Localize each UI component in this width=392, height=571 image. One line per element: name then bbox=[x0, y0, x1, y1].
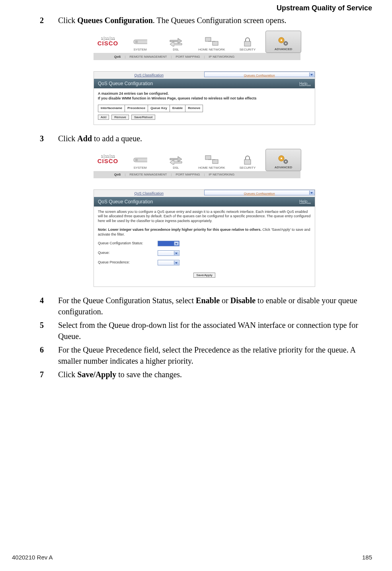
col-precedence: Precedence bbox=[125, 105, 148, 112]
section-title: Upstream Quality of Service bbox=[12, 4, 372, 12]
cisco-wordmark: CISCO bbox=[98, 158, 119, 164]
page-footer: 4020210 Rev A 185 bbox=[12, 554, 372, 561]
step-7: 7 Click Save/Apply to save the changes. bbox=[40, 369, 372, 380]
nav-home-network[interactable]: HOME NETWORK bbox=[194, 149, 230, 171]
step-6-number: 6 bbox=[40, 344, 47, 366]
panel-title-bar: QoS Queue Configuration Help... bbox=[94, 197, 315, 207]
row-queue: Queue: bbox=[98, 250, 311, 256]
subnav-port-mapping[interactable]: PORT MAPPING bbox=[172, 55, 204, 58]
nav-dsl[interactable]: DSL bbox=[158, 31, 194, 53]
step-5-text: Select from the Queue drop-down list for… bbox=[58, 320, 372, 342]
step-3-number: 3 bbox=[40, 133, 47, 144]
nav-security[interactable]: SECURITY bbox=[230, 31, 265, 53]
step-7-number: 7 bbox=[40, 369, 47, 380]
wmm-note-text: If you disable WMM function in Wireless … bbox=[98, 96, 311, 101]
sub-nav: QoS| REMOTE MANAGEMENT| PORT MAPPING| IP… bbox=[94, 53, 300, 60]
svg-point-8 bbox=[281, 39, 282, 41]
cisco-logo: ı|ıı|ıı CISCO bbox=[96, 31, 120, 53]
svg-rect-17 bbox=[244, 160, 251, 164]
max-entries-text: A maximum 24 entries can be configured. bbox=[98, 92, 311, 96]
tab-qos-classification[interactable]: QoS Classification bbox=[94, 190, 204, 197]
subnav-port-mapping[interactable]: PORT MAPPING bbox=[172, 173, 204, 176]
step-3: 3 Click Add to add a queue. bbox=[40, 133, 372, 144]
select-queue[interactable] bbox=[158, 250, 179, 256]
cisco-wordmark: CISCO bbox=[98, 40, 119, 47]
col-queue-key: Queue Key bbox=[148, 105, 170, 112]
add-button[interactable]: Add bbox=[98, 115, 109, 120]
panel-title-bar: QoS Queue Configuration Help... bbox=[94, 79, 315, 88]
save-reboot-button[interactable]: Save/Reboot bbox=[131, 115, 155, 120]
step-4: 4 For the Queue Configuration Status, se… bbox=[40, 295, 372, 317]
select-queue-precedence[interactable] bbox=[158, 260, 179, 265]
screenshot-queue-config-list: ı|ıı|ıı CISCO SYSTEM DSL bbox=[94, 30, 372, 125]
help-link[interactable]: Help... bbox=[299, 82, 311, 86]
step-2: 2 Click Queues Configuration. The Queues… bbox=[40, 15, 372, 26]
lock-icon bbox=[240, 154, 255, 166]
svg-rect-14 bbox=[205, 156, 211, 160]
gears-icon bbox=[276, 154, 291, 166]
nav-dsl[interactable]: DSL bbox=[158, 149, 194, 171]
subnav-ip-networking[interactable]: IP NETWORKING bbox=[205, 55, 239, 58]
svg-rect-3 bbox=[205, 37, 211, 41]
step-6-text: For the Queue Precedence field, select t… bbox=[58, 344, 372, 366]
svg-rect-1 bbox=[135, 41, 138, 43]
subnav-ip-networking[interactable]: IP NETWORKING bbox=[205, 173, 239, 176]
gears-icon bbox=[276, 35, 291, 47]
remove-button[interactable]: Remove bbox=[111, 115, 129, 120]
lock-icon bbox=[240, 36, 255, 48]
help-link[interactable]: Help... bbox=[299, 199, 311, 204]
col-enable: Enable bbox=[170, 105, 185, 112]
col-remove: Remove bbox=[185, 105, 203, 112]
table-header-row: Interfacename Precedence Queue Key Enabl… bbox=[98, 105, 203, 112]
nav-system[interactable]: SYSTEM bbox=[122, 31, 158, 53]
row-queue-precedence: Queue Precedence: bbox=[98, 260, 311, 265]
nav-advanced[interactable]: ADVANCED bbox=[265, 31, 301, 53]
subnav-remote-mgmt[interactable]: REMOTE MANAGEMENT bbox=[126, 55, 171, 58]
subnav-qos[interactable]: QoS bbox=[110, 173, 125, 176]
arrows-icon bbox=[169, 154, 183, 166]
tab-qos-classification[interactable]: QoS Classification bbox=[94, 72, 204, 79]
label-queue-status: Queue Configuration Status: bbox=[98, 241, 158, 246]
network-icon bbox=[205, 36, 219, 48]
panel-tabs: QoS Classification Queues Configuration bbox=[94, 72, 315, 79]
nav-advanced[interactable]: ADVANCED bbox=[265, 149, 301, 171]
step-5: 5 Select from the Queue drop-down list f… bbox=[40, 320, 372, 342]
svg-point-21 bbox=[285, 161, 287, 162]
nav-home-network[interactable]: HOME NETWORK bbox=[194, 31, 230, 53]
select-queue-status[interactable] bbox=[158, 241, 179, 246]
router-icon bbox=[133, 154, 147, 166]
svg-rect-15 bbox=[213, 160, 218, 164]
svg-point-19 bbox=[281, 158, 282, 159]
network-icon bbox=[205, 154, 219, 166]
save-apply-button[interactable]: Save/Apply bbox=[193, 273, 215, 278]
top-nav: ı|ıı|ıı CISCO SYSTEM DSL bbox=[94, 30, 303, 53]
queue-table: Interfacename Precedence Queue Key Enabl… bbox=[98, 105, 203, 112]
footer-doc-id: 4020210 Rev A bbox=[12, 554, 53, 561]
nav-security[interactable]: SECURITY bbox=[230, 149, 265, 171]
nav-system[interactable]: SYSTEM bbox=[122, 149, 158, 171]
screenshot-queue-config-add: ı|ıı|ıı CISCO SYSTEM DSL bbox=[94, 148, 372, 287]
sub-nav: QoS| REMOTE MANAGEMENT| PORT MAPPING| IP… bbox=[94, 171, 300, 178]
step-5-number: 5 bbox=[40, 320, 47, 342]
tab-queues-configuration[interactable]: Queues Configuration bbox=[204, 72, 315, 77]
arrows-icon bbox=[169, 36, 183, 48]
qos-panel: QoS Classification Queues Configuration … bbox=[94, 71, 315, 125]
panel-tabs: QoS Classification Queues Configuration bbox=[94, 190, 315, 197]
svg-rect-6 bbox=[244, 41, 251, 46]
step-2-text: Click Queues Configuration. The Queues C… bbox=[58, 15, 286, 26]
tab-queues-configuration[interactable]: Queues Configuration bbox=[204, 190, 315, 195]
svg-rect-4 bbox=[213, 41, 218, 45]
router-icon bbox=[133, 36, 147, 48]
label-queue-precedence: Queue Precedence: bbox=[98, 260, 158, 265]
row-queue-status: Queue Configuration Status: bbox=[98, 241, 311, 246]
step-3-text: Click Add to add a queue. bbox=[58, 133, 142, 144]
col-interfacename: Interfacename bbox=[98, 105, 125, 112]
step-6: 6 For the Queue Precedence field, select… bbox=[40, 344, 372, 366]
top-nav: ı|ıı|ıı CISCO SYSTEM DSL bbox=[94, 148, 303, 171]
queue-add-note: Note: Lower integer values for precedenc… bbox=[98, 228, 311, 237]
queue-add-description: The screen allows you to configure a QoS… bbox=[98, 210, 311, 224]
step-2-number: 2 bbox=[40, 15, 47, 26]
subnav-remote-mgmt[interactable]: REMOTE MANAGEMENT bbox=[126, 173, 171, 176]
step-4-text: For the Queue Configuration Status, sele… bbox=[58, 295, 372, 317]
subnav-qos[interactable]: QoS bbox=[110, 55, 125, 58]
